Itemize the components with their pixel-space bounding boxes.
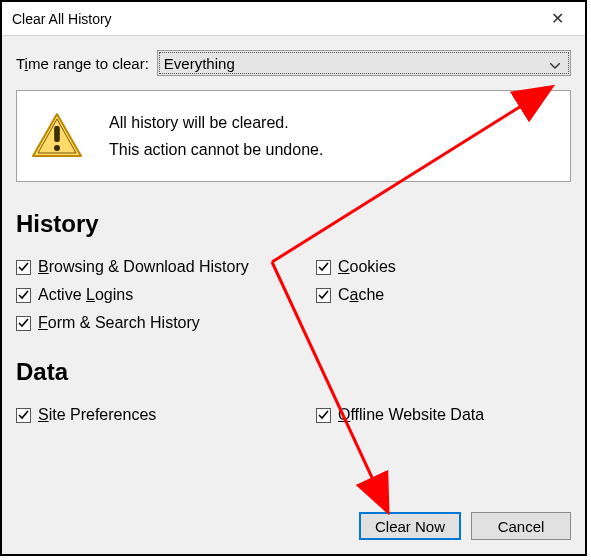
titlebar: Clear All History ✕: [2, 2, 585, 36]
checkbox-active-logins[interactable]: Active Logins: [16, 286, 316, 304]
checkbox-browsing-history[interactable]: Browsing & Download History: [16, 258, 316, 276]
checkbox-icon: [316, 288, 331, 303]
checkbox-cache[interactable]: Cache: [316, 286, 571, 304]
checkbox-icon: [316, 260, 331, 275]
checkbox-label: Offline Website Data: [338, 406, 484, 424]
close-button[interactable]: ✕: [537, 5, 577, 33]
time-range-label: Time range to clear:: [16, 55, 149, 72]
section-history-heading: History: [16, 210, 571, 238]
checkbox-icon: [16, 316, 31, 331]
dialog-title: Clear All History: [12, 11, 537, 27]
checkbox-label: Cookies: [338, 258, 396, 276]
checkbox-icon: [16, 288, 31, 303]
svg-rect-2: [54, 126, 60, 142]
cancel-label: Cancel: [498, 518, 545, 535]
warning-icon: [31, 112, 83, 160]
checkbox-icon: [16, 260, 31, 275]
checkbox-label: Active Logins: [38, 286, 133, 304]
checkbox-label: Browsing & Download History: [38, 258, 249, 276]
warning-text: All history will be cleared. This action…: [109, 109, 323, 163]
clear-history-dialog: Clear All History ✕ Time range to clear:…: [0, 0, 587, 556]
close-icon: ✕: [551, 9, 564, 28]
time-range-row: Time range to clear: Everything: [16, 50, 571, 76]
data-checkboxes: Site Preferences Offline Website Data: [16, 406, 571, 424]
time-range-selected: Everything: [164, 55, 546, 72]
time-range-select[interactable]: Everything: [157, 50, 571, 76]
svg-point-3: [54, 145, 60, 151]
checkbox-icon: [16, 408, 31, 423]
checkbox-offline-website-data[interactable]: Offline Website Data: [316, 406, 571, 424]
checkbox-form-search-history[interactable]: Form & Search History: [16, 314, 316, 332]
warning-line1: All history will be cleared.: [109, 109, 323, 136]
cancel-button[interactable]: Cancel: [471, 512, 571, 540]
section-data-heading: Data: [16, 358, 571, 386]
warning-box: All history will be cleared. This action…: [16, 90, 571, 182]
checkbox-label: Site Preferences: [38, 406, 156, 424]
checkbox-site-preferences[interactable]: Site Preferences: [16, 406, 316, 424]
checkbox-label: Form & Search History: [38, 314, 200, 332]
clear-now-label: Clear Now: [375, 518, 445, 535]
clear-now-button[interactable]: Clear Now: [359, 512, 461, 540]
checkbox-cookies[interactable]: Cookies: [316, 258, 571, 276]
checkbox-label: Cache: [338, 286, 384, 304]
chevron-down-icon: [546, 55, 564, 72]
dialog-buttons: Clear Now Cancel: [359, 512, 571, 540]
dialog-content: Time range to clear: Everything All hist…: [2, 36, 585, 554]
checkbox-icon: [316, 408, 331, 423]
history-checkboxes: Browsing & Download History Cookies Acti…: [16, 258, 571, 332]
warning-line2: This action cannot be undone.: [109, 136, 323, 163]
